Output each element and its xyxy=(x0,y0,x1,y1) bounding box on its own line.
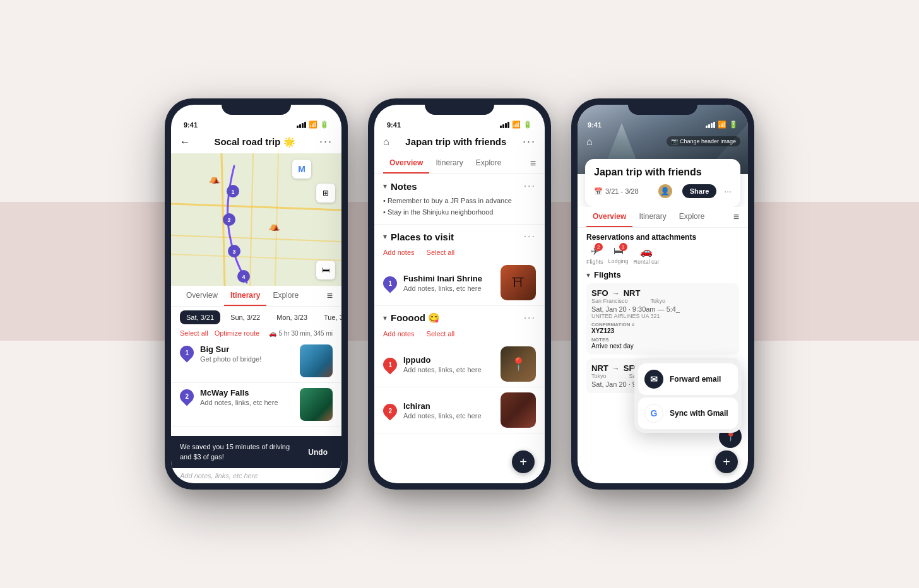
change-header-btn[interactable]: 📷 Change header image xyxy=(667,136,740,146)
screen-3: 9:41 📶 🔋 ⌂ 📷 Change header image xyxy=(578,105,748,483)
place-name-ippudo: Ippudo xyxy=(403,355,494,365)
lodging-count: 1 xyxy=(619,243,627,251)
select-all-food[interactable]: Select all xyxy=(427,330,455,338)
tab-overview-2[interactable]: Overview xyxy=(383,153,429,173)
place-info-ippudo: Ippudo Add notes, links, etc here xyxy=(403,355,494,373)
select-all-places[interactable]: Select all xyxy=(427,249,455,256)
place-note-fushimi: Add notes, links, etc here xyxy=(403,285,494,292)
date-mon[interactable]: Mon, 3/23 xyxy=(270,310,314,324)
date-sun[interactable]: Sun, 3/22 xyxy=(224,310,266,324)
place-info-bigsur: Big Sur Get photo of bridge! xyxy=(200,344,293,363)
note-line-2: • Stay in the Shinjuku neighborhood xyxy=(383,207,536,218)
snackbar-undo-btn[interactable]: Undo xyxy=(303,445,333,459)
places-dots[interactable]: ··· xyxy=(524,231,536,242)
popup-menu: ✉ Forward email G Sync with Gmail xyxy=(634,360,742,433)
home-icon-2[interactable]: ⌂ xyxy=(383,136,389,148)
tab-explore-1[interactable]: Explore xyxy=(266,286,305,306)
place-note-bigsur: Get photo of bridge! xyxy=(200,355,293,363)
signal-1 xyxy=(297,122,306,128)
home-icon-3[interactable]: ⌂ xyxy=(586,136,593,148)
place-note-ichiran: Add notes, links, etc here xyxy=(403,412,494,420)
p1-trip-title: Socal road trip 🌟 xyxy=(214,136,295,148)
status-icons-2: 📶 🔋 xyxy=(500,121,532,129)
avatar-group: 👤 xyxy=(657,183,673,199)
flights-count: 2 xyxy=(595,243,603,251)
optimize-route-link[interactable]: Optimize route xyxy=(215,329,260,337)
google-maps-btn[interactable]: M xyxy=(292,160,311,179)
svg-text:4: 4 xyxy=(242,274,245,280)
place-img-ippudo: 📍 xyxy=(501,346,536,382)
p1-menu-dots[interactable]: ··· xyxy=(319,135,333,148)
food-actions: Add notes · Select all xyxy=(374,326,545,341)
notes-content: • Remember to buy a JR Pass in advance •… xyxy=(374,194,545,225)
tab-itinerary-2[interactable]: Itinerary xyxy=(429,153,469,173)
svg-text:⛺: ⛺ xyxy=(269,221,280,232)
time-1: 9:41 xyxy=(184,121,198,129)
flights-chevron[interactable]: ▾ xyxy=(586,271,590,279)
conf-num-1: XYZ123 xyxy=(591,327,734,334)
tab-overview-3[interactable]: Overview xyxy=(586,207,632,227)
hotel-btn[interactable]: 🛏 xyxy=(316,261,335,279)
date-tue[interactable]: Tue, 3/24 xyxy=(317,310,341,324)
flight-from-2: NRT xyxy=(591,363,608,373)
snackbar-message: We saved you 15 minutes of driving and $… xyxy=(180,442,303,462)
sync-gmail-item[interactable]: G Sync with Gmail xyxy=(638,397,738,429)
sync-gmail-label: Sync with Gmail xyxy=(670,409,728,418)
add-notes-places[interactable]: Add notes xyxy=(383,249,415,256)
place-info-mcway: McWay Falls Add notes, links, etc here xyxy=(200,388,293,406)
battery-2: 🔋 xyxy=(523,121,532,129)
places-chevron[interactable]: ▾ xyxy=(383,232,387,241)
notes-chevron[interactable]: ▾ xyxy=(383,182,387,191)
tab-overview-1[interactable]: Overview xyxy=(180,286,224,306)
tabs-menu-icon-2[interactable]: ≡ xyxy=(530,158,536,169)
date-selector: Sat, 3/21 Sun, 3/22 Mon, 3/23 Tue, 3/24 … xyxy=(171,307,341,328)
flight-from-1: SFO xyxy=(591,288,608,298)
notes-dots[interactable]: ··· xyxy=(524,180,536,192)
fab-add-3[interactable]: + xyxy=(715,450,738,473)
place-note-ippudo: Add notes, links, etc here xyxy=(403,366,494,373)
fab-add[interactable]: + xyxy=(512,450,535,473)
trip-dots[interactable]: ··· xyxy=(724,186,732,196)
p3-tabs: Overview Itinerary Explore ≡ xyxy=(578,207,748,228)
rental-icon[interactable]: 🚗 xyxy=(640,245,653,257)
p3-trip-title: Japan trip with friends xyxy=(594,167,732,178)
tab-explore-3[interactable]: Explore xyxy=(673,207,711,227)
place-name-ichiran: Ichiran xyxy=(403,401,494,411)
date-sat[interactable]: Sat, 3/21 xyxy=(180,310,220,324)
notch-1 xyxy=(222,98,291,115)
tab-explore-2[interactable]: Explore xyxy=(470,153,508,173)
share-button[interactable]: Share xyxy=(682,184,717,198)
phones-container: 9:41 📶 🔋 ← Socal road trip 🌟 ··· xyxy=(165,98,754,490)
status-icons-3: 📶 🔋 xyxy=(706,121,738,129)
place-name-fushimi: Fushimi Inari Shrine xyxy=(403,274,494,283)
select-all-link[interactable]: Select all xyxy=(180,329,208,337)
map-view[interactable]: 1 2 3 4 ⛺ ⛺ M ⊞ xyxy=(171,153,341,286)
tabs-menu-icon-1[interactable]: ≡ xyxy=(327,290,333,302)
place-item-mcway: 2 McWay Falls Add notes, links, etc here xyxy=(171,383,341,426)
place-num-ichiran: 2 xyxy=(380,401,400,421)
tabs-menu-icon-3[interactable]: ≡ xyxy=(733,211,739,223)
layers-btn[interactable]: ⊞ xyxy=(316,184,335,203)
flights-icon[interactable]: ✈ 2 xyxy=(591,245,599,257)
svg-text:1: 1 xyxy=(231,189,234,195)
notes-section-header: ▾ Notes ··· xyxy=(374,174,545,194)
rental-label: Rental car xyxy=(634,259,660,265)
p2-menu-dots[interactable]: ··· xyxy=(523,135,536,148)
tab-itinerary-1[interactable]: Itinerary xyxy=(224,286,266,306)
forward-email-item[interactable]: ✉ Forward email xyxy=(638,363,738,395)
place-num-ippudo: 1 xyxy=(380,355,400,375)
lodging-icon[interactable]: 🛏 1 xyxy=(614,245,624,257)
food-chevron[interactable]: ▾ xyxy=(383,314,387,322)
places-actions: Add notes · Select all xyxy=(374,245,545,260)
add-notes-food[interactable]: Add notes xyxy=(383,330,415,338)
time-2: 9:41 xyxy=(387,121,401,129)
place-img-bigsur xyxy=(300,344,333,377)
food-dots[interactable]: ··· xyxy=(524,312,536,324)
reservations-section: Reservations and attachments ✈ 2 Flights… xyxy=(578,228,748,268)
back-button[interactable]: ← xyxy=(180,136,190,148)
battery-3: 🔋 xyxy=(729,121,738,129)
tab-itinerary-3[interactable]: Itinerary xyxy=(632,207,672,227)
place-item-ippudo: 1 Ippudo Add notes, links, etc here 📍 xyxy=(374,341,545,387)
signal-3 xyxy=(706,122,715,128)
snackbar: We saved you 15 minutes of driving and $… xyxy=(171,436,341,468)
